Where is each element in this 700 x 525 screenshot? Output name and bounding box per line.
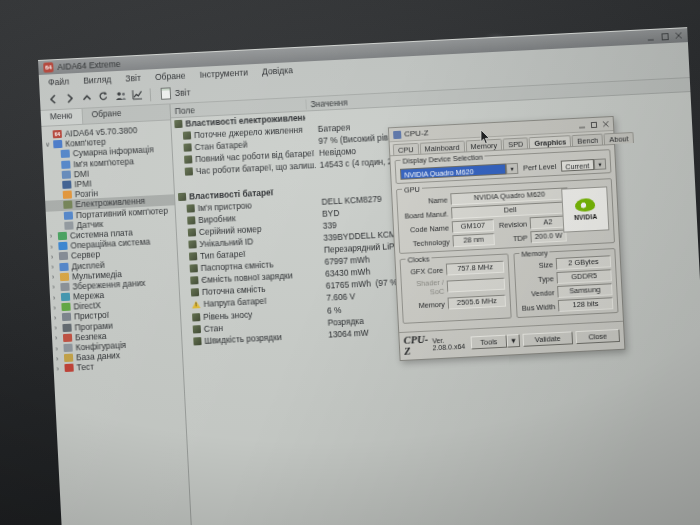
refresh-icon bbox=[97, 87, 109, 106]
power-icon bbox=[188, 240, 196, 248]
forward-button[interactable] bbox=[61, 90, 79, 107]
sidebar-tab-favorites[interactable]: Обране bbox=[82, 106, 131, 123]
programs-icon bbox=[62, 323, 71, 331]
up-icon bbox=[81, 88, 92, 106]
bus-width-value: 128 bits bbox=[558, 297, 614, 312]
power-icon bbox=[192, 313, 200, 321]
overclock-icon bbox=[63, 191, 72, 199]
gpu-group: GPU NVIDIA Name NVIDIA Quadro M620 Board… bbox=[396, 178, 615, 254]
maximize-icon[interactable] bbox=[591, 121, 597, 127]
display-device-combo[interactable]: NVIDIA Quadro M620 ▼ bbox=[400, 163, 518, 180]
back-button[interactable] bbox=[44, 91, 62, 108]
power-icon bbox=[189, 252, 197, 260]
code-name-value: GM107 bbox=[452, 219, 495, 233]
toolbar-separator bbox=[150, 88, 152, 101]
column-header-value[interactable]: Значення bbox=[306, 97, 347, 109]
sidebar-item-label: Тест bbox=[76, 362, 94, 373]
menu-item-file[interactable]: Файл bbox=[41, 75, 77, 89]
cpuz-tab-about[interactable]: About bbox=[604, 132, 634, 144]
code-name-label: Code Name bbox=[403, 223, 449, 234]
power-icon bbox=[185, 168, 193, 176]
devices-icon bbox=[62, 313, 71, 321]
cpuz-tab-mainboard[interactable]: Mainboard bbox=[419, 141, 464, 154]
sensor-icon bbox=[64, 221, 73, 229]
tools-dropdown-button[interactable]: ▼ bbox=[506, 333, 520, 347]
power-icon bbox=[184, 156, 192, 164]
power-icon bbox=[174, 120, 182, 128]
computer-name-icon bbox=[61, 160, 70, 168]
cpuz-tab-memory[interactable]: Memory bbox=[465, 139, 502, 152]
validate-button[interactable]: Validate bbox=[522, 331, 573, 347]
chart-icon bbox=[131, 86, 143, 105]
users-button[interactable] bbox=[112, 87, 130, 104]
group-label: Memory bbox=[519, 248, 550, 259]
test-icon bbox=[64, 364, 73, 372]
toolbar-buttons bbox=[44, 87, 147, 108]
sidebar-tree: 64AIDA64 v5.70.3800∨Комп'ютерСумарна інф… bbox=[41, 120, 192, 525]
power-icon bbox=[183, 144, 191, 152]
back-icon bbox=[47, 90, 58, 108]
cpuz-version: Ver. 2.08.0.x64 bbox=[432, 336, 467, 352]
maximize-icon[interactable] bbox=[661, 33, 668, 40]
value-cell: Розрядка bbox=[323, 316, 364, 328]
power-icon bbox=[193, 325, 201, 333]
chevron-down-icon[interactable]: ▼ bbox=[506, 163, 519, 175]
gfx-core-value: 757.8 MHz bbox=[446, 261, 505, 276]
summary-icon bbox=[61, 150, 70, 158]
power-icon bbox=[178, 192, 186, 200]
value-cell: 13064 mW bbox=[324, 327, 369, 339]
laptop-screen: 64 AIDA64 Extreme ФайлВиглядЗвітОбранеІн… bbox=[38, 27, 700, 525]
perf-level-combo[interactable]: Current ▼ bbox=[561, 158, 606, 171]
menu-item-view[interactable]: Вигляд bbox=[76, 72, 119, 86]
mem-vendor-value: Samsung bbox=[557, 283, 613, 298]
board-manuf-label: Board Manuf. bbox=[402, 209, 448, 220]
value-cell: 7.606 V bbox=[322, 292, 355, 304]
revision-label: Revision bbox=[497, 219, 527, 230]
group-label: Clocks bbox=[405, 254, 431, 264]
security-icon bbox=[63, 333, 72, 341]
display-icon bbox=[59, 262, 68, 270]
computer-icon bbox=[53, 140, 62, 148]
display-device-value: NVIDIA Quadro M620 bbox=[400, 163, 506, 179]
perf-level-label: Perf Level bbox=[523, 162, 557, 173]
aida64-app-icon: 64 bbox=[43, 62, 53, 72]
cpuz-app-icon bbox=[393, 130, 401, 138]
chevron-down-icon[interactable]: ▼ bbox=[594, 158, 607, 170]
up-button[interactable] bbox=[78, 89, 96, 106]
close-icon[interactable] bbox=[675, 32, 682, 39]
cpuz-tab-bench[interactable]: Bench bbox=[572, 134, 603, 147]
minimize-icon[interactable] bbox=[579, 122, 585, 128]
perf-level-value: Current bbox=[561, 159, 594, 172]
refresh-button[interactable] bbox=[95, 88, 113, 105]
revision-value: A2 bbox=[530, 216, 567, 230]
sidebar-item-label: IPMI bbox=[74, 178, 92, 189]
chart-button[interactable] bbox=[129, 87, 147, 104]
report-button-label: Звіт bbox=[175, 87, 191, 98]
cpuz-tab-graphics[interactable]: Graphics bbox=[529, 135, 572, 148]
mem-type-label: Type bbox=[520, 274, 554, 285]
minimize-icon[interactable] bbox=[647, 33, 654, 40]
cpuz-tab-cpu[interactable]: CPU bbox=[393, 143, 419, 155]
sidebar-tab-menu[interactable]: Меню bbox=[41, 109, 83, 126]
power-icon bbox=[188, 228, 196, 236]
cpuz-window: CPU-Z CPUMainboardMemorySPDGraphicsBench… bbox=[388, 116, 626, 361]
menu-item-favorites[interactable]: Обране bbox=[148, 69, 193, 83]
close-button[interactable]: Close bbox=[575, 328, 620, 343]
close-icon[interactable] bbox=[603, 121, 609, 127]
menu-item-help[interactable]: Довідка bbox=[255, 63, 300, 77]
report-icon bbox=[161, 87, 172, 99]
power-icon bbox=[63, 201, 72, 209]
sidebar-item-label: DMI bbox=[74, 168, 90, 179]
database-icon bbox=[64, 354, 73, 362]
dmi-icon bbox=[62, 170, 71, 178]
report-button[interactable]: Звіт bbox=[155, 85, 197, 101]
menu-item-report[interactable]: Звіт bbox=[118, 71, 148, 84]
shader-label: Shader / SoC bbox=[406, 278, 445, 298]
tools-button[interactable]: Tools bbox=[471, 334, 508, 349]
mem-size-value: 2 GBytes bbox=[556, 255, 612, 270]
forward-icon bbox=[64, 89, 75, 107]
clock-memory-value: 2505.6 MHz bbox=[448, 295, 507, 310]
cpuz-tab-spd[interactable]: SPD bbox=[503, 137, 529, 149]
menu-item-tools[interactable]: Інструменти bbox=[192, 66, 255, 81]
photo-of-laptop-screen: 64 AIDA64 Extreme ФайлВиглядЗвітОбранеІн… bbox=[0, 0, 700, 525]
